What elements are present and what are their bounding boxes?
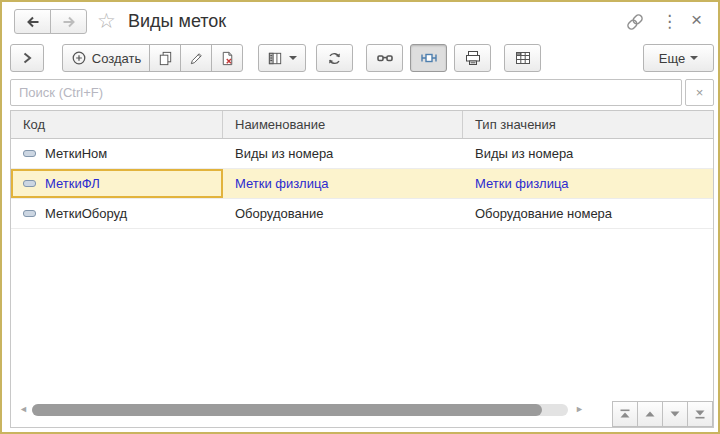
table-header: Код Наименование Тип значения bbox=[11, 111, 713, 139]
refresh-icon bbox=[326, 50, 343, 67]
cell-type-text: Метки физлица bbox=[475, 176, 569, 191]
titlebar: ☆ Виды меток ⋮ × bbox=[2, 2, 718, 42]
delete-button[interactable] bbox=[211, 44, 243, 72]
set-interval-toggle-button[interactable] bbox=[410, 44, 447, 72]
interval-icon bbox=[420, 49, 438, 67]
close-icon[interactable]: × bbox=[691, 9, 702, 31]
create-button-label: Создать bbox=[92, 51, 141, 66]
go-last-button[interactable] bbox=[687, 401, 713, 427]
find-button[interactable] bbox=[366, 44, 403, 72]
horizontal-scrollbar[interactable] bbox=[32, 404, 568, 416]
triangle-down-bar-icon bbox=[692, 406, 708, 422]
table-row[interactable]: МеткиОборуд Оборудование Оборудование но… bbox=[11, 199, 713, 229]
page-title: Виды меток bbox=[128, 11, 226, 32]
pencil-icon bbox=[188, 50, 205, 67]
cell-type[interactable]: Метки физлица bbox=[463, 169, 713, 198]
toolbar: Создать bbox=[2, 42, 718, 74]
row-navigation-group bbox=[612, 401, 713, 427]
clear-x-icon: × bbox=[696, 85, 704, 100]
column-header-code[interactable]: Код bbox=[11, 111, 223, 138]
chevron-down-icon bbox=[690, 56, 698, 60]
cell-name-text: Метки физлица bbox=[235, 176, 329, 191]
copy-button[interactable] bbox=[149, 44, 181, 72]
more-button-label: Еще bbox=[659, 51, 685, 66]
cell-name[interactable]: Оборудование bbox=[223, 199, 463, 228]
printer-icon bbox=[464, 49, 482, 67]
triangle-down-icon bbox=[667, 406, 683, 422]
clear-search-button[interactable]: × bbox=[685, 79, 714, 106]
delete-page-icon bbox=[219, 50, 236, 67]
go-first-button[interactable] bbox=[612, 401, 638, 427]
print-button[interactable] bbox=[454, 44, 491, 72]
catalog-item-icon bbox=[23, 210, 36, 217]
favorite-star-icon[interactable]: ☆ bbox=[97, 9, 116, 33]
table-body: МеткиНом Виды из номера Виды из номера М… bbox=[11, 139, 713, 229]
triangle-up-icon bbox=[642, 406, 658, 422]
forward-button[interactable] bbox=[50, 9, 87, 34]
copy-icon bbox=[157, 50, 174, 67]
back-button[interactable] bbox=[14, 9, 51, 34]
cell-code[interactable]: МеткиНом bbox=[11, 139, 223, 168]
cell-code[interactable]: МеткиОборуд bbox=[11, 199, 223, 228]
app-window: ☆ Виды меток ⋮ × Создать bbox=[0, 0, 720, 434]
kebab-menu-icon[interactable]: ⋮ bbox=[661, 11, 678, 32]
cell-code-active[interactable]: МеткиФЛ bbox=[11, 169, 223, 198]
cell-name-text: Виды из номера bbox=[235, 146, 333, 161]
history-nav bbox=[14, 9, 87, 34]
create-button[interactable]: Создать bbox=[62, 44, 150, 72]
plus-circle-icon bbox=[71, 50, 87, 66]
column-header-name[interactable]: Наименование bbox=[223, 111, 463, 138]
next-row-button[interactable] bbox=[662, 401, 688, 427]
cell-type[interactable]: Оборудование номера bbox=[463, 199, 713, 228]
tag-types-table: Код Наименование Тип значения МеткиНом В… bbox=[10, 110, 714, 428]
refresh-button[interactable] bbox=[316, 44, 353, 72]
search-row: × bbox=[2, 78, 718, 106]
search-input[interactable] bbox=[10, 79, 682, 106]
cell-name-text: Оборудование bbox=[235, 206, 323, 221]
output-table-button[interactable] bbox=[504, 44, 541, 72]
more-button[interactable]: Еще bbox=[643, 44, 714, 72]
link-icon[interactable] bbox=[625, 12, 645, 32]
chevron-right-icon bbox=[20, 51, 34, 65]
table-grid-icon bbox=[514, 49, 532, 67]
column-header-type[interactable]: Тип значения bbox=[463, 111, 713, 138]
cell-code-text: МеткиНом bbox=[45, 146, 107, 161]
expand-panel-button[interactable] bbox=[10, 44, 44, 72]
cell-type[interactable]: Виды из номера bbox=[463, 139, 713, 168]
catalog-item-icon bbox=[23, 150, 36, 157]
scrollbar-thumb[interactable] bbox=[32, 404, 542, 416]
cell-code-text: МеткиФЛ bbox=[45, 176, 100, 191]
cell-code-text: МеткиОборуд bbox=[45, 206, 127, 221]
glasses-icon bbox=[376, 49, 394, 67]
edit-button[interactable] bbox=[180, 44, 212, 72]
crud-button-group: Создать bbox=[62, 44, 243, 72]
forward-arrow-icon bbox=[60, 13, 78, 31]
list-panel-icon bbox=[267, 50, 284, 67]
cell-type-text: Оборудование номера bbox=[475, 206, 612, 221]
triangle-up-bar-icon bbox=[617, 406, 633, 422]
scroll-left-icon[interactable]: ◄ bbox=[19, 404, 28, 414]
catalog-item-icon bbox=[23, 180, 36, 187]
chevron-down-icon bbox=[289, 56, 297, 60]
table-row-selected[interactable]: МеткиФЛ Метки физлица Метки физлица bbox=[11, 169, 713, 199]
cell-name[interactable]: Виды из номера bbox=[223, 139, 463, 168]
scroll-right-icon[interactable]: ► bbox=[575, 404, 584, 414]
table-row[interactable]: МеткиНом Виды из номера Виды из номера bbox=[11, 139, 713, 169]
back-arrow-icon bbox=[24, 13, 42, 31]
cell-type-text: Виды из номера bbox=[475, 146, 573, 161]
view-mode-button[interactable] bbox=[258, 44, 306, 72]
previous-row-button[interactable] bbox=[637, 401, 663, 427]
cell-name[interactable]: Метки физлица bbox=[223, 169, 463, 198]
